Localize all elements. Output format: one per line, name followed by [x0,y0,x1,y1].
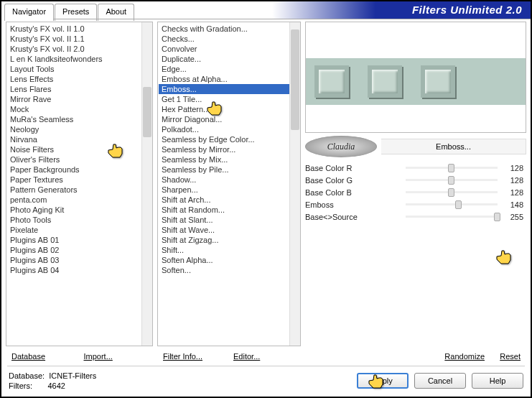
param-label: Base<>Source [305,213,406,221]
category-item[interactable]: Plugins AB 02 [7,245,151,255]
category-item[interactable]: Layout Tools [7,64,151,74]
filter-item[interactable]: Shift at Wave... [159,225,299,235]
param-value: 255 [498,213,526,221]
param-row: Emboss148 [305,198,526,210]
category-item[interactable]: Lens Flares [7,84,151,94]
filter-item[interactable]: Convolver [159,44,299,54]
category-item[interactable]: Photo Tools [7,215,151,225]
category-item[interactable]: Oliver's Filters [7,154,151,165]
scrollbar[interactable] [141,22,152,346]
category-item[interactable]: Krusty's FX vol. II 1.1 [7,34,151,44]
filter-item[interactable]: Soften Alpha... [159,255,299,265]
param-label: Base Color B [305,188,406,197]
category-item[interactable]: Krusty's FX vol. II 1.0 [7,24,151,34]
import-button[interactable]: Import... [80,351,152,362]
param-slider[interactable] [406,191,498,193]
filter-item[interactable]: Emboss at Alpha... [159,74,299,84]
filter-item[interactable]: Seamless by Pile... [159,165,299,175]
category-item[interactable]: MuRa's Seamless [7,114,151,124]
category-item[interactable]: L en K landksiteofwonders [7,54,151,64]
category-item[interactable]: Noise Filters [7,144,151,154]
category-item[interactable]: Mock [7,104,151,114]
filter-column: Checks with Gradation...Checks...Convolv… [157,22,301,364]
filter-item[interactable]: Mirror Diagonal... [159,114,299,124]
scroll-thumb[interactable] [291,29,299,130]
cancel-button[interactable]: Cancel [414,373,466,389]
param-slider[interactable] [406,203,498,205]
filter-item[interactable]: Shift at Arch... [159,195,299,205]
filter-item[interactable]: Duplicate... [159,54,299,64]
param-value: 128 [498,176,526,185]
author-badge: Claudia [305,136,377,157]
param-slider[interactable] [406,216,498,218]
param-slider[interactable] [406,179,498,181]
param-row: Base Color G128 [305,174,526,186]
param-label: Base Color G [305,176,406,185]
slider-thumb[interactable] [494,213,500,221]
category-item[interactable]: penta.com [7,195,151,205]
param-value: 128 [498,164,526,172]
filter-item[interactable]: Soften... [159,265,299,275]
filter-item[interactable]: Emboss... [159,84,299,94]
category-item[interactable]: Lens Effects [7,74,151,84]
category-item[interactable]: Photo Aging Kit [7,205,151,215]
footer-info: Database: ICNET-Filters Filters: 4642 [9,371,96,391]
filter-item[interactable]: Shift at Zigzag... [159,235,299,245]
preview-image [305,22,526,133]
filter-item[interactable]: Polkadot... [159,124,299,134]
editor-button[interactable]: Editor... [229,351,299,362]
category-item[interactable]: Paper Backgrounds [7,165,151,175]
category-item[interactable]: Nirvana [7,134,151,144]
filter-item[interactable]: Edge... [159,64,299,74]
param-value: 128 [498,188,526,197]
filter-item[interactable]: Checks... [159,34,299,44]
apply-button[interactable]: Apply [357,373,409,389]
category-item[interactable]: Plugins AB 03 [7,255,151,265]
category-item[interactable]: Pattern Generators [7,185,151,195]
current-filter-name: Emboss... [381,139,526,154]
filter-item[interactable]: Shift at Slant... [159,215,299,225]
help-button[interactable]: Help [472,373,523,389]
param-label: Base Color R [305,164,406,172]
filter-item[interactable]: Seamless by Mix... [159,154,299,165]
preview-column: Claudia Emboss... Base Color R128Base Co… [305,22,526,364]
param-row: Base Color R128 [305,162,526,174]
slider-thumb[interactable] [448,176,454,185]
scrollbar[interactable] [289,22,300,346]
parameters-panel: Base Color R128Base Color G128Base Color… [305,162,526,223]
param-row: Base Color B128 [305,186,526,198]
category-item[interactable]: Krusty's FX vol. II 2.0 [7,44,151,54]
filterinfo-button[interactable]: Filter Info... [159,351,229,362]
param-value: 148 [498,200,526,209]
app-title: Filters Unlimited 2.0 [272,1,531,19]
filter-item[interactable]: Get 1 Tile... [159,94,299,104]
category-item[interactable]: Plugins AB 04 [7,265,151,275]
category-column: Krusty's FX vol. II 1.0Krusty's FX vol. … [6,22,153,364]
category-item[interactable]: Paper Textures [7,175,151,185]
reset-button[interactable]: Reset [489,351,525,362]
filter-item[interactable]: Seamless by Edge Color... [159,134,299,144]
filter-item[interactable]: Sharpen... [159,185,299,195]
filter-item[interactable]: Shift at Random... [159,205,299,215]
tab-navigator[interactable]: Navigator [4,4,54,21]
filter-item[interactable]: Hex Pattern... [159,104,299,114]
filter-item[interactable]: Checks with Gradation... [159,24,299,34]
slider-thumb[interactable] [455,200,462,209]
filter-item[interactable]: Shadow... [159,175,299,185]
scroll-thumb[interactable] [143,87,151,137]
category-item[interactable]: Neology [7,124,151,134]
randomize-button[interactable]: Randomize [424,351,489,362]
category-listbox[interactable]: Krusty's FX vol. II 1.0Krusty's FX vol. … [6,22,153,346]
filter-item[interactable]: Shift... [159,245,299,255]
slider-thumb[interactable] [448,164,454,172]
category-item[interactable]: Plugins AB 01 [7,235,151,245]
footer: Database: ICNET-Filters Filters: 4642 Ap… [1,365,531,397]
param-label: Emboss [305,200,406,209]
category-item[interactable]: Mirror Rave [7,94,151,104]
slider-thumb[interactable] [448,188,454,197]
filter-item[interactable]: Seamless by Mirror... [159,144,299,154]
database-button[interactable]: Database [7,351,80,362]
param-slider[interactable] [406,167,498,169]
filter-listbox[interactable]: Checks with Gradation...Checks...Convolv… [157,22,301,346]
category-item[interactable]: Pixelate [7,225,151,235]
